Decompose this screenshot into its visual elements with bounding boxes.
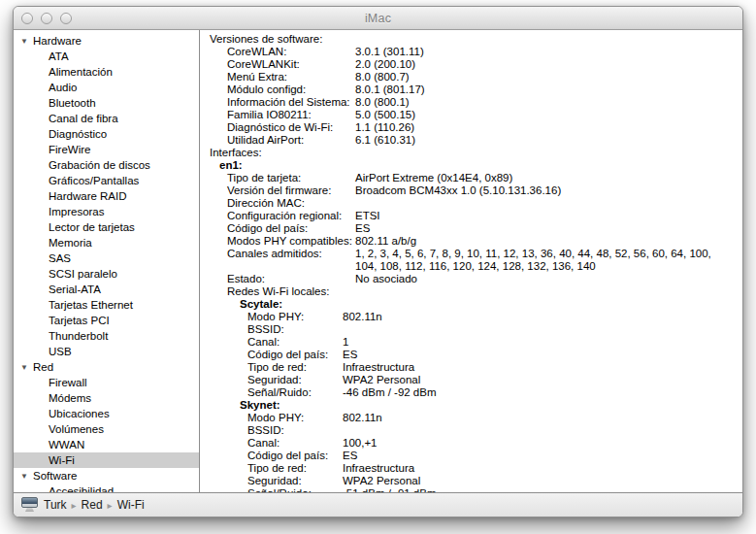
breadcrumb-separator-icon: ▸ <box>103 500 117 511</box>
system-information-window: iMac ▼HardwareATAAlimentaciónAudioBlueto… <box>13 6 743 517</box>
status-bar: Turk▸Red▸Wi-Fi <box>14 492 742 517</box>
sidebar-item-memoria[interactable]: Memoria <box>14 235 199 250</box>
sidebar-item-tarjetas-pci[interactable]: Tarjetas PCI <box>14 313 199 328</box>
sidebar-item-firewire[interactable]: FireWire <box>14 142 199 157</box>
window-title: iMac <box>14 12 742 25</box>
sidebar-group-red[interactable]: ▼Red <box>14 359 199 375</box>
sidebar-item-vol-menes[interactable]: Volúmenes <box>14 421 199 437</box>
sidebar-group-hardware[interactable]: ▼Hardware <box>14 33 199 49</box>
info-label: Tipo de tarjeta: <box>227 172 301 184</box>
info-label: Menú Extra: <box>227 71 287 83</box>
computer-icon-screen <box>21 497 38 508</box>
sidebar-group-software[interactable]: ▼Software <box>14 468 199 484</box>
window-body: ▼HardwareATAAlimentaciónAudioBluetoothCa… <box>14 30 742 494</box>
disclosure-triangle-icon[interactable]: ▼ <box>20 469 29 484</box>
info-label: Familia IO80211: <box>227 109 312 121</box>
info-label: Scytale: <box>240 298 282 311</box>
info-label: Canales admitidos: <box>227 248 322 260</box>
info-label: Diagnóstico de Wi-Fi: <box>227 121 333 134</box>
sidebar-item-grabaci-n-de-discos[interactable]: Grabación de discos <box>14 157 199 173</box>
sidebar-group-label: Software <box>33 470 77 482</box>
sidebar-item-bluetooth[interactable]: Bluetooth <box>14 95 199 111</box>
sidebar-item-hardware-raid[interactable]: Hardware RAID <box>14 188 199 204</box>
info-value: -46 dBm / -92 dBm <box>343 386 437 399</box>
sidebar-item-firewall[interactable]: Firewall <box>14 375 199 390</box>
title-bar[interactable]: iMac <box>14 7 742 30</box>
info-row: Dirección MAC: <box>200 197 742 210</box>
info-row: Seguridad:WPA2 Personal <box>200 374 742 386</box>
info-value: 802.11n <box>343 412 382 424</box>
disclosure-triangle-icon[interactable]: ▼ <box>20 360 29 376</box>
category-sidebar: ▼HardwareATAAlimentaciónAudioBluetoothCa… <box>14 30 200 494</box>
info-value: ES <box>355 222 370 235</box>
sidebar-item-m-dems[interactable]: Módems <box>14 390 199 406</box>
info-row: CoreWLAN:3.0.1 (301.11) <box>200 46 742 58</box>
info-row: 104, 108, 112, 116, 120, 124, 128, 132, … <box>200 260 742 273</box>
info-row: Código del país:ES <box>200 349 742 361</box>
info-row: Skynet: <box>200 399 742 412</box>
sidebar-item-ubicaciones[interactable]: Ubicaciones <box>14 406 199 421</box>
sidebar-item-alimentaci-n[interactable]: Alimentación <box>14 64 199 80</box>
sidebar-item-usb[interactable]: USB <box>14 344 199 359</box>
info-row: Canal:100,+1 <box>200 437 742 450</box>
info-label: Código del país: <box>247 450 328 462</box>
sidebar-item-ata[interactable]: ATA <box>14 49 199 64</box>
info-row: Módulo configd:8.0.1 (801.17) <box>200 83 742 96</box>
info-row: Información del Sistema:8.0 (800.1) <box>200 96 742 109</box>
sidebar-group-label: Red <box>33 361 53 373</box>
sidebar-item-scsi-paralelo[interactable]: SCSI paralelo <box>14 266 199 282</box>
sidebar-item-wi-fi[interactable]: Wi-Fi <box>14 452 199 468</box>
info-row: Scytale: <box>200 298 742 311</box>
info-row: Versión del firmware:Broadcom BCM43xx 1.… <box>200 184 742 197</box>
info-label: Información del Sistema: <box>227 96 350 109</box>
sidebar-item-thunderbolt[interactable]: Thunderbolt <box>14 328 199 344</box>
sidebar-item-impresoras[interactable]: Impresoras <box>14 204 199 219</box>
info-label: Señal/Ruido: <box>247 386 312 399</box>
info-row: Utilidad AirPort:6.1 (610.31) <box>200 134 742 147</box>
info-label: Código del país: <box>227 222 308 235</box>
info-label: Tipo de red: <box>247 361 307 374</box>
sidebar-item-wwan[interactable]: WWAN <box>14 437 199 452</box>
info-row: CoreWLANKit:2.0 (200.10) <box>200 58 742 71</box>
info-row: Señal/Ruido:-46 dBm / -92 dBm <box>200 386 742 399</box>
info-row: Modos PHY compatibles:802.11 a/b/g <box>200 235 742 248</box>
sidebar-item-canal-de-fibra[interactable]: Canal de fibra <box>14 111 199 126</box>
breadcrumb-item-red: Red <box>82 498 103 512</box>
info-label: Tipo de red: <box>247 462 307 475</box>
zoom-button[interactable] <box>60 13 72 24</box>
computer-icon-stand <box>25 508 34 512</box>
computer-icon <box>21 497 38 513</box>
info-label: Seguridad: <box>247 475 302 487</box>
info-value: Broadcom BCM43xx 1.0 (5.10.131.36.16) <box>355 184 561 197</box>
info-value: 100,+1 <box>343 437 378 450</box>
info-label: Interfaces: <box>210 147 262 159</box>
sidebar-item-gr-ficos-pantallas[interactable]: Gráficos/Pantallas <box>14 173 199 188</box>
info-value: 8.0 (800.7) <box>355 71 410 83</box>
info-label: Canal: <box>247 336 279 349</box>
breadcrumb-item-turk: Turk <box>44 498 67 512</box>
info-row: Interfaces: <box>200 147 742 159</box>
info-label: Código del país: <box>247 349 328 361</box>
info-value: 104, 108, 112, 116, 120, 124, 128, 132, … <box>355 260 596 273</box>
disclosure-triangle-icon[interactable]: ▼ <box>20 34 29 50</box>
info-label: Seguridad: <box>247 374 302 386</box>
info-row: Redes Wi-Fi locales: <box>200 285 742 298</box>
info-value: ES <box>343 450 357 462</box>
sidebar-item-tarjetas-ethernet[interactable]: Tarjetas Ethernet <box>14 297 199 313</box>
info-value: Infraestructura <box>343 462 414 475</box>
info-row: Canal:1 <box>200 336 742 349</box>
breadcrumb: Turk▸Red▸Wi-Fi <box>44 498 145 512</box>
info-row: Canales admitidos:1, 2, 3, 4, 5, 6, 7, 8… <box>200 248 742 260</box>
minimize-button[interactable] <box>41 13 52 24</box>
info-value: WPA2 Personal <box>343 475 420 487</box>
sidebar-item-serial-ata[interactable]: Serial-ATA <box>14 282 199 297</box>
sidebar-item-audio[interactable]: Audio <box>14 80 199 95</box>
info-row: Tipo de red:Infraestructura <box>200 361 742 374</box>
sidebar-item-sas[interactable]: SAS <box>14 250 199 266</box>
sidebar-item-diagn-stico[interactable]: Diagnóstico <box>14 126 199 142</box>
sidebar-item-lector-de-tarjetas[interactable]: Lector de tarjetas <box>14 219 199 235</box>
info-label: Modo PHY: <box>247 311 304 323</box>
traffic-lights <box>21 7 72 29</box>
info-label: Modo PHY: <box>247 412 304 424</box>
close-button[interactable] <box>21 13 33 24</box>
